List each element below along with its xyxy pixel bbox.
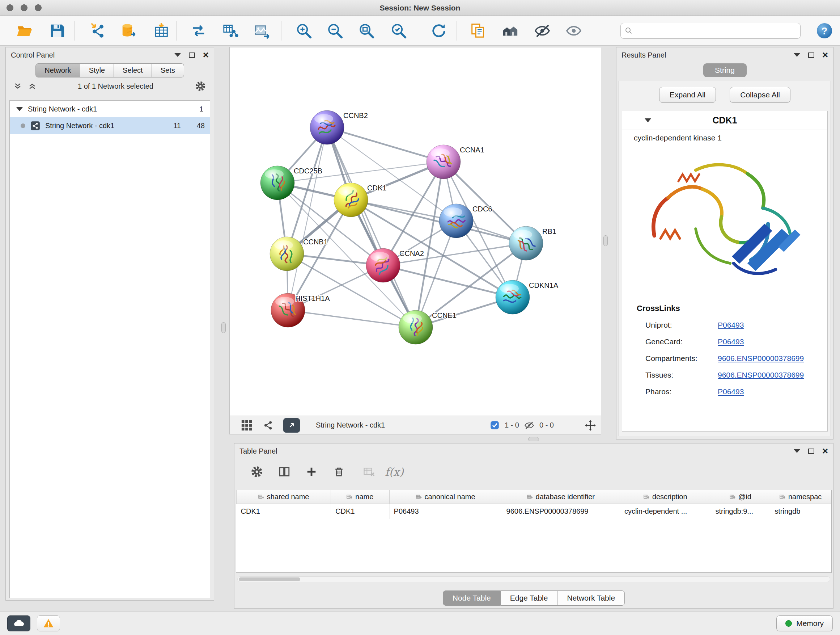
tab-network[interactable]: Network [35,63,80,78]
horizontal-scrollbar[interactable] [237,576,830,582]
network-from-table-button[interactable] [220,20,241,41]
crosslink-value-link[interactable]: 9606.ENSP00000378699 [718,354,804,363]
expand-all-button[interactable]: Expand All [659,87,716,103]
disclosure-triangle-icon[interactable] [16,107,23,111]
tab-node-table[interactable]: Node Table [443,591,501,606]
table-cell[interactable]: CDK1 [331,504,389,519]
memory-button[interactable]: Memory [776,616,833,631]
column-header[interactable]: namespac [770,490,831,504]
crosslink-value-link[interactable]: P06493 [718,321,744,329]
close-window-button[interactable] [6,4,13,11]
zoom-fit-button[interactable] [356,20,377,41]
network-node-CCNA2[interactable]: CCNA2 [366,249,424,282]
fit-content-button[interactable] [584,419,597,432]
collapse-section-icon[interactable] [645,119,651,122]
show-selection-button[interactable] [563,20,584,41]
table-cell[interactable]: stringdb:9... [711,504,770,519]
zoom-window-button[interactable] [35,4,42,11]
panel-float-icon[interactable] [808,448,814,454]
table-cell[interactable]: 9606.ENSP00000378699 [502,504,620,519]
crosslink-value-link[interactable]: P06493 [718,337,744,346]
hide-selection-button[interactable] [532,20,553,41]
column-header[interactable]: name [331,490,389,504]
table-cell[interactable]: CDK1 [237,504,331,519]
selected-indicator-checkbox[interactable] [490,420,500,430]
tab-edge-table[interactable]: Edge Table [501,591,558,606]
network-node-CCNB1[interactable]: CCNB1 [270,237,328,271]
network-node-HIST1H1A[interactable]: HIST1H1A [271,293,330,327]
crosslink-value-link[interactable]: 9606.ENSP00000378699 [718,371,804,379]
help-button[interactable]: ? [814,20,835,41]
panel-menu-icon[interactable] [794,53,800,57]
function-builder-button[interactable]: f(x) [385,463,404,480]
refresh-network-button[interactable] [428,20,449,41]
crosslink-value-link[interactable]: P06493 [718,387,744,396]
network-edge[interactable] [327,127,444,162]
grid-view-button[interactable] [240,419,253,432]
import-table-file-button[interactable] [151,20,172,41]
panel-close-icon[interactable]: × [822,51,828,59]
tab-string[interactable]: String [703,63,747,77]
panel-float-icon[interactable] [808,52,814,58]
table-cell[interactable]: cyclin-dependent ... [620,504,711,519]
show-columns-button[interactable] [275,463,294,480]
panel-close-icon[interactable]: × [822,448,828,455]
search-input[interactable] [636,27,797,35]
column-header[interactable]: description [620,490,711,504]
network-node-CDKN1A[interactable]: CDKN1A [496,280,559,314]
collapse-all-button[interactable]: Collapse All [729,87,790,103]
tab-select[interactable]: Select [114,63,152,78]
network-row-selected[interactable]: String Network - cdk1 11 48 [10,117,210,134]
network-node-CCNA1[interactable]: CCNA1 [426,145,485,179]
network-edge[interactable] [288,310,416,327]
network-edge[interactable] [351,200,526,243]
panel-menu-icon[interactable] [794,449,800,453]
export-image-button[interactable] [251,20,272,41]
table-cell[interactable]: stringdb [770,504,831,519]
network-canvas[interactable]: CCNB2 CCNA1 CDC25B [230,48,601,416]
table-cell[interactable]: P06493 [389,504,502,519]
network-node-CCNE1[interactable]: CCNE1 [399,310,456,344]
export-view-button[interactable] [283,418,300,432]
tab-style[interactable]: Style [80,63,114,78]
network-node-CDK1[interactable]: CDK1 [334,183,386,217]
birdseye-toggle-button[interactable] [262,420,274,431]
zoom-in-button[interactable] [294,20,314,41]
tab-network-table[interactable]: Network Table [557,591,625,606]
panel-float-icon[interactable] [189,52,195,58]
network-node-CCNB2[interactable]: CCNB2 [310,111,368,144]
network-collection-row[interactable]: String Network - cdk1 1 [10,101,210,117]
minimize-window-button[interactable] [21,4,27,11]
column-header[interactable]: @id [711,490,770,504]
cloud-button[interactable] [7,616,30,631]
gear-icon[interactable] [195,81,206,92]
collapse-all-icon[interactable] [28,82,36,90]
splitter-handle-right[interactable] [603,235,608,246]
neighborhood-button[interactable] [500,20,521,41]
splitter-handle-bottom[interactable] [528,437,539,441]
splitter-handle-left[interactable] [221,322,226,333]
zoom-out-button[interactable] [325,20,346,41]
annotation-document-button[interactable] [467,20,488,41]
delete-column-button[interactable] [330,463,348,480]
panel-menu-icon[interactable] [174,53,181,57]
tab-sets[interactable]: Sets [152,63,184,78]
warnings-button[interactable] [37,616,60,631]
network-node-RB1[interactable]: RB1 [509,226,556,260]
expand-all-icon[interactable] [14,82,22,90]
table-row[interactable]: CDK1CDK1P064939606.ENSP00000378699cyclin… [237,504,831,519]
import-network-file-button[interactable] [88,20,109,41]
column-header[interactable]: canonical name [389,490,502,504]
save-session-button[interactable] [47,20,68,41]
scrollbar-thumb[interactable] [239,578,300,581]
table-settings-button[interactable] [248,463,266,480]
open-session-button[interactable] [14,20,35,41]
column-header[interactable]: shared name [237,490,331,504]
network-merge-button[interactable] [188,20,209,41]
import-network-database-button[interactable] [118,20,139,41]
zoom-selected-button[interactable] [388,20,409,41]
panel-close-icon[interactable]: × [203,51,209,59]
network-edge[interactable] [327,127,416,327]
network-edge[interactable] [288,127,327,310]
column-header[interactable]: database identifier [502,490,620,504]
